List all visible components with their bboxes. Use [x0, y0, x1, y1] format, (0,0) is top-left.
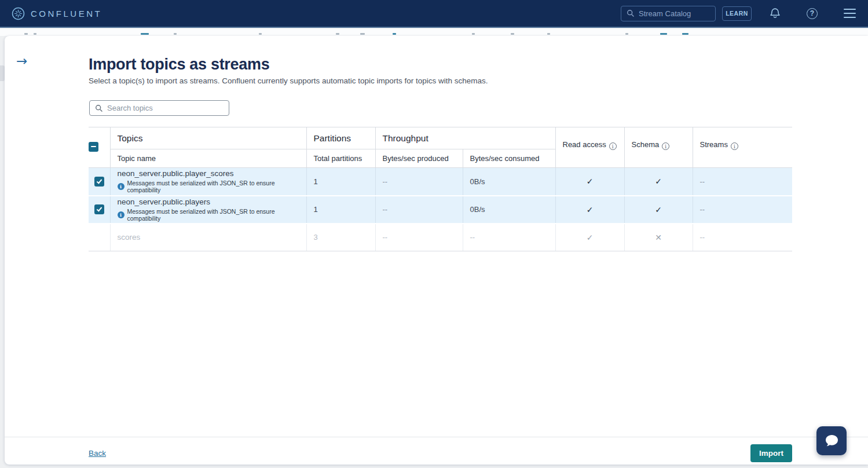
column-header-streams: Streamsi	[693, 127, 792, 168]
cell-streams: --	[693, 196, 792, 224]
stream-catalog-input[interactable]	[639, 9, 710, 18]
cell-checkbox	[89, 168, 110, 196]
brand-name: CONFLUENT	[31, 9, 102, 19]
cell-partitions: 1	[306, 168, 375, 196]
group-header-partitions: Partitions	[306, 127, 375, 149]
page-subtitle: Select a topic(s) to import as streams. …	[89, 76, 488, 85]
cell-schema: ✓	[624, 196, 693, 224]
cell-bytes-produced: --	[375, 168, 463, 196]
top-navbar: CONFLUENT LEARN ?	[0, 0, 868, 28]
info-icon[interactable]: i	[662, 142, 669, 150]
cell-bytes-consumed: --	[463, 224, 555, 251]
chat-bubble-icon	[824, 434, 839, 448]
group-header-throughput: Throughput	[375, 127, 555, 149]
topic-name: neon_server.public.players	[118, 198, 306, 206]
info-icon: i	[118, 183, 124, 190]
hamburger-icon	[844, 9, 856, 18]
cell-streams: --	[693, 168, 792, 196]
page-title: Import topics as streams	[89, 56, 269, 74]
collapse-panel-button[interactable]: →	[16, 54, 27, 68]
table-row-disabled: scores 3 -- -- ✓ ✕ --	[89, 224, 792, 251]
column-header-total-partitions: Total partitions	[306, 149, 375, 168]
topic-name: neon_server.public.player_scores	[118, 169, 306, 178]
cell-read-access: ✓	[555, 224, 624, 251]
column-header-bytes-consumed: Bytes/sec consumed	[463, 149, 555, 168]
import-topics-panel: → Import topics as streams Select a topi…	[5, 36, 868, 465]
group-header-topics: Topics	[110, 127, 306, 149]
cell-bytes-consumed: 0B/s	[463, 168, 555, 196]
info-icon[interactable]: i	[609, 142, 617, 150]
cell-checkbox	[89, 224, 110, 251]
notifications-button[interactable]	[770, 7, 781, 20]
breadcrumb-clipped	[0, 29, 868, 36]
help-button[interactable]: ?	[807, 8, 818, 19]
help-icon: ?	[807, 8, 818, 19]
confluent-app-window: CONFLUENT LEARN ?	[0, 0, 868, 468]
import-button[interactable]: Import	[750, 444, 792, 462]
back-link[interactable]: Back	[89, 449, 106, 458]
cell-checkbox	[89, 196, 110, 224]
cell-bytes-consumed: 0B/s	[463, 196, 555, 224]
search-icon	[627, 9, 635, 17]
cell-topic: neon_server.public.player_scores i Messa…	[110, 168, 306, 196]
column-header-topic-name: Topic name	[110, 149, 306, 168]
info-icon[interactable]: i	[731, 142, 738, 150]
cell-partitions: 3	[306, 224, 375, 251]
select-all-checkbox[interactable]	[89, 142, 98, 152]
right-arrow-icon: →	[16, 53, 27, 68]
row-checkbox[interactable]	[94, 177, 104, 187]
chat-widget-button[interactable]	[816, 426, 847, 455]
topic-note: i Messages must be serialized with JSON_…	[118, 180, 306, 193]
select-all-cell	[89, 127, 110, 168]
cell-streams: --	[693, 224, 792, 251]
stream-catalog-search[interactable]	[621, 6, 716, 21]
topics-table: Topics Partitions Throughput Read access…	[89, 127, 792, 251]
topic-search-box[interactable]	[89, 100, 229, 116]
info-icon: i	[118, 211, 124, 218]
panel-footer: Back Import	[5, 437, 868, 465]
column-header-read-access: Read accessi	[555, 127, 624, 168]
cell-topic: scores	[110, 224, 306, 251]
table-row: neon_server.public.player_scores i Messa…	[89, 168, 792, 196]
topic-name: scores	[118, 233, 306, 242]
cell-read-access: ✓	[555, 168, 624, 196]
cell-topic: neon_server.public.players i Messages mu…	[110, 196, 306, 224]
cell-schema: ✓	[624, 168, 693, 196]
cell-schema: ✕	[624, 224, 693, 251]
search-icon	[95, 104, 103, 112]
navbar-actions: LEARN ?	[621, 6, 868, 21]
collapsed-side-tab	[0, 65, 5, 81]
confluent-spark-icon	[12, 7, 25, 20]
confluent-logo[interactable]: CONFLUENT	[12, 7, 102, 20]
learn-button[interactable]: LEARN	[722, 6, 752, 21]
topic-note: i Messages must be serialized with JSON_…	[118, 208, 306, 222]
cell-read-access: ✓	[555, 196, 624, 224]
column-header-schema: Schemai	[624, 127, 693, 168]
cell-bytes-produced: --	[375, 224, 463, 251]
row-checkbox[interactable]	[94, 204, 104, 214]
topic-search-input[interactable]	[107, 104, 224, 112]
cell-bytes-produced: --	[375, 196, 463, 224]
menu-button[interactable]	[844, 9, 856, 18]
cell-partitions: 1	[306, 196, 375, 224]
bell-icon	[770, 7, 781, 20]
column-header-bytes-produced: Bytes/sec produced	[375, 149, 463, 168]
table-row: neon_server.public.players i Messages mu…	[89, 196, 792, 224]
